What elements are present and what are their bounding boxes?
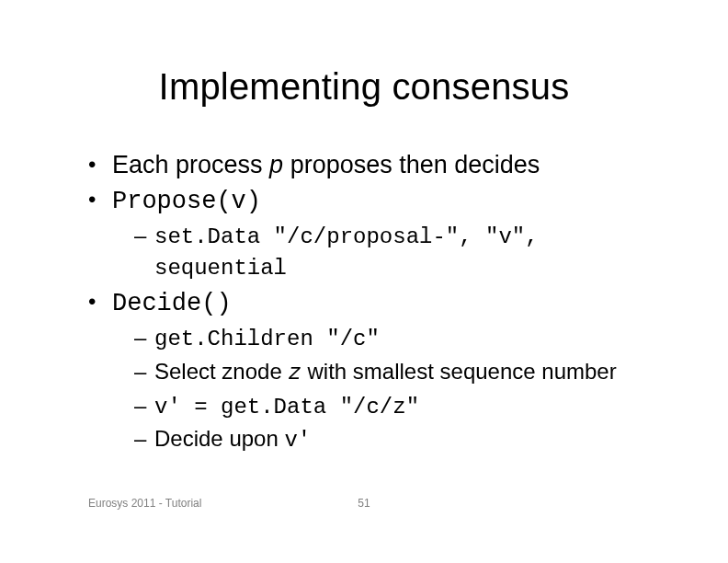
text-suffix: proposes then decides — [283, 151, 540, 178]
code-setdata: set.Data "/c/proposal-", "v", sequential — [154, 224, 539, 281]
bullet-propose: Propose(v) set.Data "/c/proposal-", "v",… — [88, 184, 673, 283]
code-z: z — [288, 361, 301, 385]
code-decide: Decide() — [112, 290, 232, 317]
code-propose: Propose(v) — [112, 188, 261, 215]
bullet-list-level2-decide: get.Children "/c" Select znode z with sm… — [134, 323, 673, 455]
text-p-italic: p — [269, 151, 283, 178]
footer-page-number: 51 — [0, 497, 728, 510]
code-vprime: v' — [284, 428, 311, 453]
text-select-prefix: Select znode — [154, 359, 288, 384]
bullet-list-level1: Each process p proposes then decides Pro… — [88, 149, 673, 455]
bullet-list-level2-propose: set.Data "/c/proposal-", "v", sequential — [134, 221, 673, 282]
text-prefix: Each process — [112, 151, 269, 178]
bullet-vprime-eq: v' = get.Data "/c/z" — [134, 391, 673, 422]
bullet-select-znode: Select znode z with smallest sequence nu… — [134, 357, 673, 388]
bullet-setdata: set.Data "/c/proposal-", "v", sequential — [134, 221, 673, 282]
bullet-decide-upon: Decide upon v' — [134, 424, 673, 455]
slide: Implementing consensus Each process p pr… — [0, 0, 728, 563]
slide-body: Each process p proposes then decides Pro… — [88, 149, 673, 458]
bullet-getchildren: get.Children "/c" — [134, 323, 673, 354]
text-decide-upon-prefix: Decide upon — [154, 426, 284, 451]
bullet-decide: Decide() get.Children "/c" Select znode … — [88, 286, 673, 455]
text-select-suffix: with smallest sequence number — [301, 359, 617, 384]
code-getchildren: get.Children "/c" — [154, 327, 380, 351]
bullet-each-process: Each process p proposes then decides — [88, 149, 673, 182]
code-vprime-eq: v' = get.Data "/c/z" — [154, 395, 419, 419]
slide-title: Implementing consensus — [0, 66, 728, 108]
